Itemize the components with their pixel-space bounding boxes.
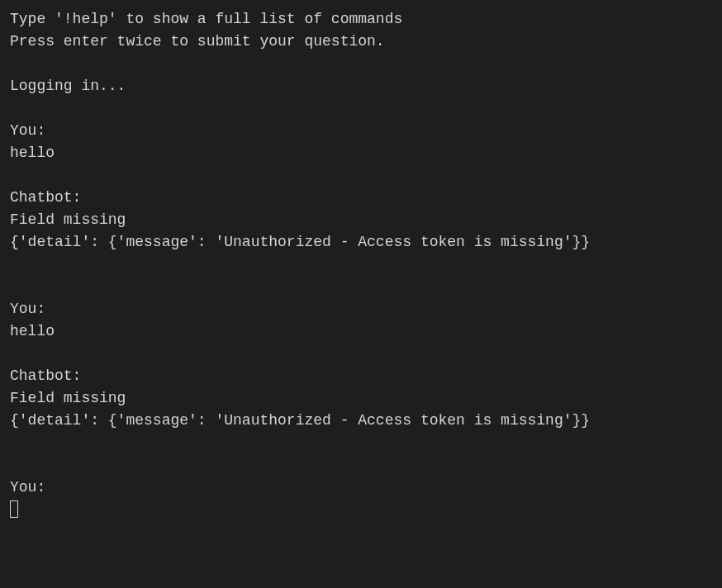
you-prompt-label: You: <box>10 477 712 499</box>
logging-in-status: Logging in... <box>10 75 712 97</box>
chatbot-error-detail: {'detail': {'message': 'Unauthorized - A… <box>10 410 712 432</box>
user-message: hello <box>10 320 712 343</box>
blank-line <box>10 254 712 276</box>
cursor-icon <box>10 500 18 518</box>
chatbot-response-line: Field missing <box>10 209 712 231</box>
input-prompt[interactable] <box>10 499 712 521</box>
you-label: You: <box>10 298 712 320</box>
submit-hint-text: Press enter twice to submit your questio… <box>10 31 712 53</box>
blank-line <box>10 164 712 187</box>
blank-line <box>10 454 712 477</box>
blank-line <box>10 97 712 120</box>
blank-line <box>10 432 712 454</box>
help-hint-text: Type '!help' to show a full list of comm… <box>10 8 712 31</box>
chatbot-error-detail: {'detail': {'message': 'Unauthorized - A… <box>10 231 712 254</box>
user-message: hello <box>10 142 712 164</box>
chatbot-label: Chatbot: <box>10 187 712 209</box>
chatbot-label: Chatbot: <box>10 365 712 387</box>
blank-line <box>10 53 712 75</box>
blank-line <box>10 276 712 298</box>
blank-line <box>10 343 712 365</box>
you-label: You: <box>10 120 712 142</box>
chatbot-response-line: Field missing <box>10 387 712 410</box>
